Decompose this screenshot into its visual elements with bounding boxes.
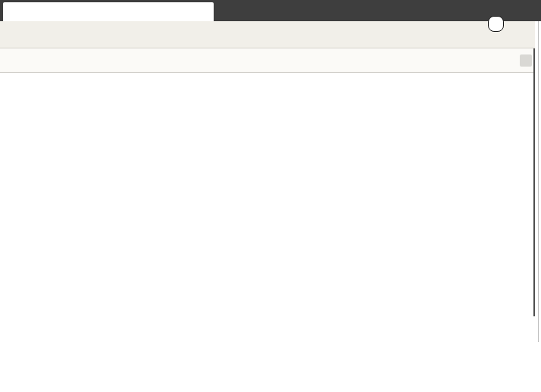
instrument-tab[interactable]: [3, 2, 214, 21]
title-bar: [0, 0, 541, 21]
timeframe-bar-close-button[interactable]: [520, 54, 532, 67]
window-right-border: [538, 21, 539, 342]
timeframe-bar: [0, 48, 535, 73]
blockieren-tooltip: [488, 16, 504, 32]
main-toolbar: [0, 21, 535, 48]
panel-right-border: [533, 48, 535, 316]
chart-area[interactable]: [0, 73, 535, 348]
candlestick-chart: [0, 73, 535, 348]
